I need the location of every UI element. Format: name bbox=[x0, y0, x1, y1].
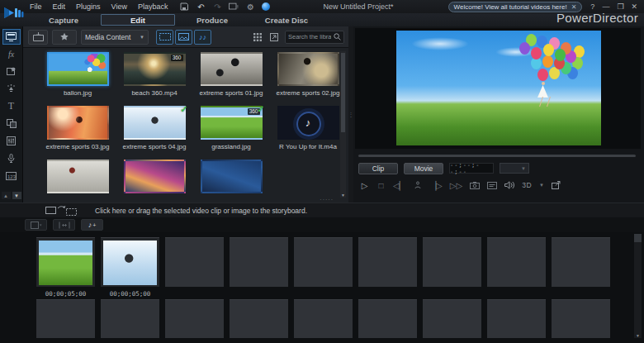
media-thumbnail[interactable]: 360✓ bbox=[201, 106, 263, 140]
storyboard-slot-empty[interactable] bbox=[552, 237, 610, 287]
menu-edit[interactable]: Edit bbox=[53, 2, 66, 11]
save-icon[interactable] bbox=[179, 2, 189, 12]
media-thumbnail[interactable] bbox=[47, 106, 109, 140]
library-scrollbar-thumb[interactable] bbox=[341, 53, 345, 132]
clip-thumbnail[interactable] bbox=[39, 241, 92, 285]
storyboard-slot-empty[interactable] bbox=[552, 299, 610, 338]
preview-video[interactable] bbox=[396, 31, 601, 145]
media-thumbnail[interactable]: 360 bbox=[124, 52, 186, 86]
maximize-button[interactable]: ❒ bbox=[617, 2, 623, 11]
menu-file[interactable]: File bbox=[30, 2, 42, 11]
minimize-button[interactable]: — bbox=[602, 2, 609, 11]
tab-produce[interactable]: Produce bbox=[175, 14, 249, 26]
storyboard-slot-empty[interactable] bbox=[230, 237, 288, 287]
media-item[interactable]: 360beach 360.mp4 bbox=[120, 52, 189, 97]
filter-video-button[interactable] bbox=[156, 30, 173, 45]
media-thumbnail[interactable] bbox=[47, 52, 109, 86]
storyboard-slot-empty[interactable] bbox=[36, 299, 95, 338]
sidebar-item-title-room[interactable]: T bbox=[2, 98, 21, 114]
sidebar-item-media-room[interactable] bbox=[2, 29, 21, 45]
banner-close-icon[interactable]: ✕ bbox=[571, 3, 577, 11]
settings-gear-icon[interactable]: ⚙ bbox=[245, 2, 255, 12]
media-content-dropdown[interactable]: Media Content ▼ bbox=[81, 30, 149, 45]
storyboard-scrollbar[interactable]: ▼ bbox=[634, 234, 642, 338]
step-button[interactable] bbox=[413, 181, 422, 189]
media-item[interactable]: extreme sports 03.jpg bbox=[43, 106, 112, 150]
help-button[interactable]: ? bbox=[590, 2, 594, 11]
storyboard-slot-filled[interactable] bbox=[36, 237, 95, 287]
filter-audio-button[interactable]: ♪♪ bbox=[194, 30, 211, 45]
media-item[interactable]: ballon.jpg bbox=[43, 52, 112, 97]
media-item[interactable]: 360✓grassland.jpg bbox=[197, 106, 266, 150]
movie-mode-button[interactable]: Movie bbox=[404, 163, 443, 174]
preview-seek-bar[interactable] bbox=[358, 155, 636, 157]
previous-frame-button[interactable]: ◁▏ bbox=[393, 181, 405, 190]
undock-preview-icon[interactable] bbox=[552, 181, 561, 189]
clip-mode-button[interactable]: Clip bbox=[358, 163, 398, 174]
fit-timeline-button[interactable] bbox=[53, 219, 75, 231]
media-item-partial[interactable] bbox=[197, 160, 266, 193]
media-item[interactable]: ✓extreme sports 04.jpg bbox=[120, 106, 189, 150]
redo-icon[interactable]: ↷ bbox=[212, 2, 222, 12]
snapshot-camera-icon[interactable] bbox=[470, 182, 480, 189]
fast-forward-button[interactable]: ▷▷ bbox=[450, 181, 462, 190]
storyboard-slot-empty[interactable] bbox=[294, 237, 353, 287]
storyboard-slot-empty[interactable] bbox=[487, 299, 546, 338]
sidebar-item-pip-objects-room[interactable] bbox=[2, 64, 21, 79]
close-button[interactable]: ✕ bbox=[631, 2, 637, 11]
media-thumbnail[interactable] bbox=[201, 52, 263, 86]
search-input[interactable] bbox=[288, 33, 331, 40]
plugins-button[interactable] bbox=[52, 30, 77, 45]
library-scrollbar[interactable]: ▼ bbox=[340, 51, 346, 198]
tutorial-banner[interactable]: Welcome! View all tutorial videos here! … bbox=[448, 2, 583, 12]
clip-thumbnail[interactable] bbox=[103, 241, 157, 285]
storyboard-hint-row[interactable]: Click here or drag the selected video cl… bbox=[0, 202, 644, 217]
media-thumbnail[interactable] bbox=[124, 160, 186, 193]
storyboard-slot-empty[interactable] bbox=[165, 237, 224, 287]
timecode-display[interactable]: --;--;--;-- bbox=[449, 163, 494, 174]
library-scroll-down-icon[interactable]: ▼ bbox=[340, 193, 346, 198]
tab-capture[interactable]: Capture bbox=[26, 14, 101, 26]
3d-mode-button[interactable]: 3D bbox=[522, 181, 532, 189]
sidebar-item-voice-over-room[interactable] bbox=[2, 150, 21, 166]
sidebar-scroll-down-icon[interactable]: ▼ bbox=[12, 192, 21, 199]
media-thumbnail[interactable] bbox=[277, 106, 339, 140]
media-item-partial[interactable] bbox=[43, 160, 112, 193]
menu-view[interactable]: View bbox=[111, 2, 127, 11]
storyboard-slot-empty[interactable] bbox=[101, 299, 159, 338]
media-thumbnail[interactable]: ✓ bbox=[124, 106, 186, 140]
storyboard-clip[interactable]: 00;00;05;00 bbox=[36, 237, 95, 298]
storyboard-clip[interactable]: 00;00;05;00 bbox=[101, 237, 159, 298]
sidebar-item-particle-room[interactable] bbox=[2, 81, 21, 97]
zoom-fit-dropdown[interactable]: ▼ bbox=[500, 163, 529, 174]
sidebar-scroll-up-icon[interactable]: ▲ bbox=[2, 192, 11, 199]
storyboard-slot-empty[interactable] bbox=[358, 237, 417, 287]
storyboard-scroll-up-icon[interactable] bbox=[634, 234, 642, 242]
menu-playback[interactable]: Playback bbox=[138, 2, 168, 11]
filter-photo-button[interactable] bbox=[175, 30, 192, 45]
storyboard-slot-filled[interactable] bbox=[101, 237, 159, 287]
storyboard-slot-empty[interactable] bbox=[487, 237, 546, 287]
media-thumbnail[interactable] bbox=[47, 160, 109, 193]
storyboard-slot-empty[interactable] bbox=[358, 299, 417, 338]
storyboard-slot-empty[interactable] bbox=[423, 299, 481, 338]
add-background-music-button[interactable]: ♪+ bbox=[81, 219, 103, 231]
preview-quality-icon[interactable] bbox=[487, 182, 497, 189]
storyboard-slot-empty[interactable] bbox=[230, 299, 288, 338]
sidebar-item-effect-room[interactable]: fx bbox=[2, 46, 21, 62]
media-thumbnail[interactable] bbox=[201, 160, 263, 193]
media-item[interactable]: R You Up for It.m4a bbox=[273, 106, 343, 150]
panel-resize-handle[interactable]: ····· bbox=[320, 197, 334, 202]
import-media-button[interactable] bbox=[28, 30, 48, 45]
storyboard-view-button[interactable] bbox=[25, 219, 47, 231]
media-item-partial[interactable] bbox=[120, 160, 189, 193]
play-button[interactable]: ▷ bbox=[360, 181, 369, 190]
undo-icon[interactable]: ↶ bbox=[196, 2, 206, 12]
sidebar-item-chapter-room[interactable]: 123 bbox=[2, 168, 21, 183]
menu-plugins[interactable]: Plugins bbox=[76, 2, 101, 11]
storyboard-slot-empty[interactable] bbox=[165, 299, 224, 338]
directorzone-icon[interactable] bbox=[262, 2, 270, 11]
tab-create-disc[interactable]: Create Disc bbox=[249, 14, 324, 26]
media-item[interactable]: extreme sports 01.jpg bbox=[197, 52, 266, 97]
storyboard-slot-empty[interactable] bbox=[423, 237, 481, 287]
